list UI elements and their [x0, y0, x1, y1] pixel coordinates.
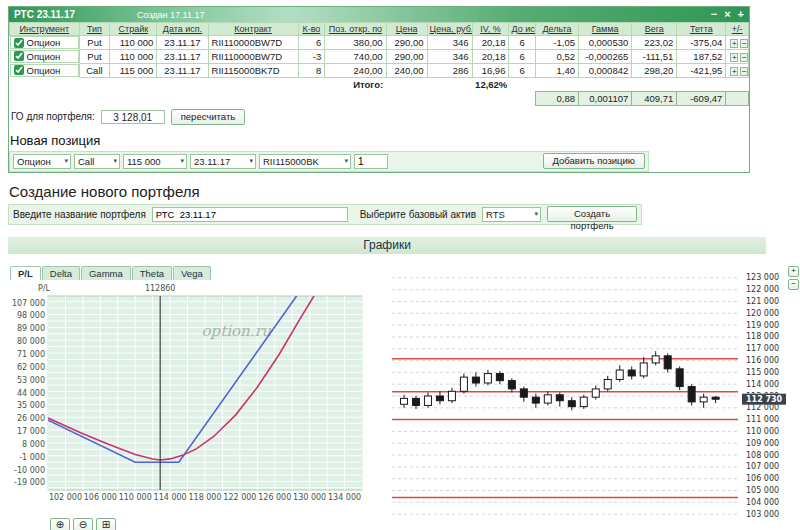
- expiry-select[interactable]: 23.11.17 ▾: [190, 154, 256, 169]
- scale-minus-button[interactable]: −: [788, 279, 799, 290]
- column-header-days[interactable]: До исп.: [509, 23, 536, 36]
- column-header-price[interactable]: Цена: [386, 23, 427, 36]
- totals-iv: 12,62%: [472, 78, 509, 92]
- position-instrument-label: Опцион: [27, 65, 61, 76]
- quantity-input[interactable]: [354, 154, 388, 169]
- svg-text:120 000: 120 000: [746, 308, 779, 317]
- chart-tabs: P/LDeltaGammaThetaVega: [10, 266, 380, 280]
- row-decrease-button[interactable]: −: [740, 39, 748, 48]
- column-header-date[interactable]: Дата исп.: [157, 23, 208, 36]
- tab-pl[interactable]: P/L: [10, 266, 41, 280]
- scale-plus-button[interactable]: +: [788, 266, 799, 277]
- expiry-value: 23.11.17: [194, 156, 230, 167]
- contract-value: RII115000BK: [263, 156, 319, 167]
- column-header-theta[interactable]: Тетта: [677, 23, 726, 36]
- row-decrease-button[interactable]: −: [740, 67, 748, 76]
- instrument-type-value: Опцион: [17, 156, 51, 167]
- column-header-type[interactable]: Тип: [79, 23, 110, 36]
- row-decrease-button[interactable]: −: [740, 53, 748, 62]
- minimize-icon[interactable]: −: [711, 9, 717, 20]
- new-position-bar: Опцион ▾ Call ▾ 115 000 ▾ 23.11.17 ▾ RII…: [9, 151, 649, 172]
- option-type-select[interactable]: Call ▾: [74, 154, 120, 169]
- charts-section-header: Графики: [8, 237, 766, 254]
- candlestick-panel: 123 000122 000121 000120 000119 000118 0…: [390, 266, 799, 528]
- zoom-out-button[interactable]: ⊖: [73, 518, 93, 530]
- add-portfolio-tab-icon[interactable]: +: [738, 9, 744, 20]
- svg-text:114 000: 114 000: [746, 379, 779, 388]
- tab-theta[interactable]: Theta: [132, 266, 172, 280]
- column-header-open-pos[interactable]: Поз. откр. по: [325, 23, 386, 36]
- row-increase-button[interactable]: +: [730, 67, 738, 76]
- column-header-vega[interactable]: Вега: [632, 23, 677, 36]
- row-increase-button[interactable]: +: [730, 39, 738, 48]
- svg-text:102 000: 102 000: [49, 493, 82, 502]
- svg-text:110 000: 110 000: [746, 426, 779, 435]
- svg-text:44 000: 44 000: [17, 388, 45, 397]
- new-position-title: Новая позиция: [10, 133, 749, 148]
- total-theta: -609,47: [677, 91, 726, 105]
- column-header-contract[interactable]: Контракт: [208, 23, 298, 36]
- svg-text:109 000: 109 000: [746, 438, 779, 447]
- chevron-down-icon: ▾: [113, 157, 117, 165]
- charts-row: P/LDeltaGammaThetaVega 107 00098 00089 0…: [8, 266, 800, 530]
- tab-gamma[interactable]: Gamma: [81, 266, 131, 280]
- svg-text:123 000: 123 000: [746, 273, 779, 282]
- column-header-gamma[interactable]: Гамма: [579, 23, 632, 36]
- zoom-in-button[interactable]: ⊕: [50, 518, 70, 530]
- svg-text:107 000: 107 000: [746, 462, 779, 471]
- close-icon[interactable]: ×: [724, 9, 730, 20]
- svg-text:option.ru: option.ru: [202, 322, 272, 340]
- svg-text:105 000: 105 000: [746, 485, 779, 494]
- position-checkbox[interactable]: [14, 38, 24, 48]
- svg-text:98 000: 98 000: [17, 311, 45, 320]
- create-portfolio-button[interactable]: Создать портфель: [547, 206, 637, 222]
- column-header-price-rub[interactable]: Цена, руб.: [427, 23, 472, 36]
- position-row: ОпционPut110 00023.11.17RII110000BW7D638…: [10, 36, 749, 50]
- column-header-iv[interactable]: IV, %: [472, 23, 509, 36]
- totals-row: Итого: 12,62%: [10, 78, 749, 92]
- total-pm-cell: [726, 91, 749, 105]
- column-header-instrument[interactable]: Инструмент: [10, 23, 80, 36]
- svg-text:107 000: 107 000: [12, 298, 45, 307]
- position-checkbox[interactable]: [14, 65, 24, 75]
- svg-text:P/L: P/L: [38, 284, 51, 293]
- column-header-qty[interactable]: К-во: [298, 23, 325, 36]
- totals-label: Итого:: [325, 78, 386, 92]
- tab-delta[interactable]: Delta: [42, 266, 80, 280]
- svg-text:17 000: 17 000: [17, 427, 45, 436]
- svg-text:118 000: 118 000: [188, 493, 221, 502]
- svg-text:119 000: 119 000: [746, 320, 779, 329]
- margin-label: ГО для портфеля:: [11, 111, 95, 122]
- column-header-delta[interactable]: Дельта: [536, 23, 579, 36]
- zoom-reset-button[interactable]: ⊞: [96, 518, 116, 530]
- contract-select[interactable]: RII115000BK ▾: [259, 154, 351, 169]
- chevron-down-icon: ▾: [535, 210, 539, 218]
- svg-text:116 000: 116 000: [746, 356, 779, 365]
- svg-text:122 000: 122 000: [746, 285, 779, 294]
- svg-text:134 000: 134 000: [328, 493, 361, 502]
- row-increase-button[interactable]: +: [730, 53, 738, 62]
- add-position-button[interactable]: Добавить позицию: [543, 153, 645, 169]
- svg-text:-10 000: -10 000: [14, 465, 45, 474]
- svg-text:130 000: 130 000: [293, 493, 326, 502]
- svg-text:103 000: 103 000: [746, 509, 779, 518]
- window-title: РТС 23.11.17: [14, 9, 75, 20]
- column-header-strike[interactable]: Страйк: [110, 23, 157, 36]
- candlestick-chart: 123 000122 000121 000120 000119 000118 0…: [390, 266, 786, 528]
- portfolio-name-input[interactable]: [152, 207, 348, 222]
- total-gamma: 0,001107: [579, 91, 632, 105]
- portfolio-window: РТС 23.11.17 Создан 17.11.17 − × + Инстр…: [8, 6, 750, 173]
- svg-text:126 000: 126 000: [258, 493, 291, 502]
- greek-totals-row: 0,88 0,001107 409,71 -609,47: [10, 91, 749, 105]
- instrument-type-select[interactable]: Опцион ▾: [13, 154, 71, 169]
- base-asset-select[interactable]: RTS ▾: [482, 207, 541, 222]
- strike-select[interactable]: 115 000 ▾: [123, 154, 187, 169]
- tab-vega[interactable]: Vega: [173, 266, 211, 280]
- chevron-down-icon: ▾: [180, 157, 184, 165]
- strike-value: 115 000: [127, 156, 161, 167]
- total-delta: 0,88: [536, 91, 579, 105]
- recalculate-button[interactable]: пересчитать: [171, 109, 246, 125]
- position-checkbox[interactable]: [14, 51, 24, 61]
- pl-chart-panel: P/LDeltaGammaThetaVega 107 00098 00089 0…: [8, 266, 380, 530]
- position-row: ОпционCall115 00023.11.17RII115000BK7D82…: [10, 64, 749, 78]
